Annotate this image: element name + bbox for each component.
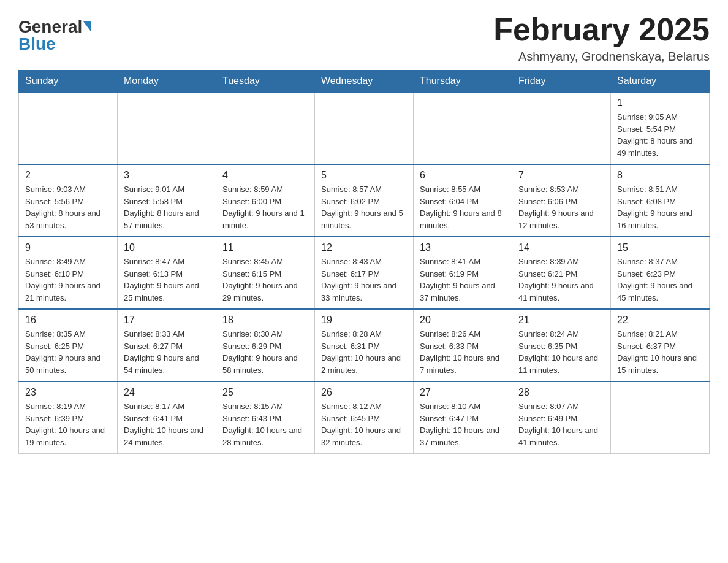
day-number: 8 bbox=[617, 170, 703, 181]
logo-arrow-icon bbox=[83, 21, 91, 31]
day-info: Sunrise: 9:05 AMSunset: 5:54 PMDaylight:… bbox=[617, 111, 703, 159]
day-number: 2 bbox=[25, 170, 111, 181]
calendar-cell: 24Sunrise: 8:17 AMSunset: 6:41 PMDayligh… bbox=[118, 381, 216, 454]
day-number: 5 bbox=[321, 170, 407, 181]
calendar-cell: 18Sunrise: 8:30 AMSunset: 6:29 PMDayligh… bbox=[216, 309, 315, 381]
calendar-table: Sunday Monday Tuesday Wednesday Thursday… bbox=[18, 70, 710, 454]
day-info: Sunrise: 8:55 AMSunset: 6:04 PMDaylight:… bbox=[420, 183, 506, 231]
logo-general: General bbox=[18, 18, 91, 36]
day-number: 7 bbox=[518, 170, 604, 181]
day-info: Sunrise: 8:39 AMSunset: 6:21 PMDaylight:… bbox=[518, 256, 604, 304]
day-number: 23 bbox=[25, 387, 111, 398]
day-info: Sunrise: 8:33 AMSunset: 6:27 PMDaylight:… bbox=[124, 328, 210, 376]
day-number: 14 bbox=[518, 242, 604, 253]
calendar-cell bbox=[315, 92, 414, 164]
calendar-cell: 21Sunrise: 8:24 AMSunset: 6:35 PMDayligh… bbox=[512, 309, 611, 381]
day-number: 6 bbox=[420, 170, 506, 181]
day-number: 26 bbox=[321, 387, 407, 398]
calendar-cell: 2Sunrise: 9:03 AMSunset: 5:56 PMDaylight… bbox=[19, 164, 118, 237]
page-title: February 2025 bbox=[493, 12, 710, 47]
calendar-cell: 20Sunrise: 8:26 AMSunset: 6:33 PMDayligh… bbox=[414, 309, 512, 381]
col-tuesday: Tuesday bbox=[216, 71, 315, 93]
calendar-cell: 8Sunrise: 8:51 AMSunset: 6:08 PMDaylight… bbox=[611, 164, 710, 237]
day-info: Sunrise: 8:26 AMSunset: 6:33 PMDaylight:… bbox=[420, 328, 506, 376]
page-header: General Blue February 2025 Ashmyany, Gro… bbox=[18, 12, 710, 64]
day-info: Sunrise: 8:41 AMSunset: 6:19 PMDaylight:… bbox=[420, 256, 506, 304]
day-number: 9 bbox=[25, 242, 111, 253]
calendar-cell bbox=[216, 92, 315, 164]
day-number: 22 bbox=[617, 315, 703, 326]
day-number: 21 bbox=[518, 315, 604, 326]
day-info: Sunrise: 8:12 AMSunset: 6:45 PMDaylight:… bbox=[321, 400, 407, 448]
day-info: Sunrise: 9:01 AMSunset: 5:58 PMDaylight:… bbox=[124, 183, 210, 231]
day-info: Sunrise: 8:47 AMSunset: 6:13 PMDaylight:… bbox=[124, 256, 210, 304]
day-info: Sunrise: 8:15 AMSunset: 6:43 PMDaylight:… bbox=[222, 400, 308, 448]
day-info: Sunrise: 8:35 AMSunset: 6:25 PMDaylight:… bbox=[25, 328, 111, 376]
calendar-cell: 5Sunrise: 8:57 AMSunset: 6:02 PMDaylight… bbox=[315, 164, 414, 237]
col-saturday: Saturday bbox=[611, 71, 710, 93]
title-section: February 2025 Ashmyany, Grodnenskaya, Be… bbox=[493, 12, 710, 64]
calendar-cell: 1Sunrise: 9:05 AMSunset: 5:54 PMDaylight… bbox=[611, 92, 710, 164]
calendar-cell: 25Sunrise: 8:15 AMSunset: 6:43 PMDayligh… bbox=[216, 381, 315, 454]
col-wednesday: Wednesday bbox=[315, 71, 414, 93]
calendar-week-1: 1Sunrise: 9:05 AMSunset: 5:54 PMDaylight… bbox=[19, 92, 710, 164]
calendar-cell: 27Sunrise: 8:10 AMSunset: 6:47 PMDayligh… bbox=[414, 381, 512, 454]
calendar-cell bbox=[611, 381, 710, 454]
calendar-cell: 15Sunrise: 8:37 AMSunset: 6:23 PMDayligh… bbox=[611, 237, 710, 309]
calendar-cell: 22Sunrise: 8:21 AMSunset: 6:37 PMDayligh… bbox=[611, 309, 710, 381]
calendar-cell: 26Sunrise: 8:12 AMSunset: 6:45 PMDayligh… bbox=[315, 381, 414, 454]
calendar-cell bbox=[118, 92, 216, 164]
day-number: 12 bbox=[321, 242, 407, 253]
col-sunday: Sunday bbox=[19, 71, 118, 93]
calendar-week-3: 9Sunrise: 8:49 AMSunset: 6:10 PMDaylight… bbox=[19, 237, 710, 309]
day-number: 15 bbox=[617, 242, 703, 253]
day-info: Sunrise: 8:19 AMSunset: 6:39 PMDaylight:… bbox=[25, 400, 111, 448]
calendar-cell: 14Sunrise: 8:39 AMSunset: 6:21 PMDayligh… bbox=[512, 237, 611, 309]
day-info: Sunrise: 8:28 AMSunset: 6:31 PMDaylight:… bbox=[321, 328, 407, 376]
day-number: 1 bbox=[617, 98, 703, 109]
calendar-cell: 19Sunrise: 8:28 AMSunset: 6:31 PMDayligh… bbox=[315, 309, 414, 381]
day-info: Sunrise: 8:10 AMSunset: 6:47 PMDaylight:… bbox=[420, 400, 506, 448]
day-number: 28 bbox=[518, 387, 604, 398]
day-info: Sunrise: 8:51 AMSunset: 6:08 PMDaylight:… bbox=[617, 183, 703, 231]
calendar-cell: 12Sunrise: 8:43 AMSunset: 6:17 PMDayligh… bbox=[315, 237, 414, 309]
day-number: 4 bbox=[222, 170, 308, 181]
day-number: 20 bbox=[420, 315, 506, 326]
day-number: 13 bbox=[420, 242, 506, 253]
calendar-cell bbox=[512, 92, 611, 164]
calendar-week-2: 2Sunrise: 9:03 AMSunset: 5:56 PMDaylight… bbox=[19, 164, 710, 237]
day-number: 10 bbox=[124, 242, 210, 253]
day-info: Sunrise: 9:03 AMSunset: 5:56 PMDaylight:… bbox=[25, 183, 111, 231]
calendar-cell bbox=[414, 92, 512, 164]
logo-general-text: General bbox=[18, 18, 82, 36]
day-info: Sunrise: 8:30 AMSunset: 6:29 PMDaylight:… bbox=[222, 328, 308, 376]
calendar-cell bbox=[19, 92, 118, 164]
col-friday: Friday bbox=[512, 71, 611, 93]
calendar-cell: 3Sunrise: 9:01 AMSunset: 5:58 PMDaylight… bbox=[118, 164, 216, 237]
calendar-cell: 11Sunrise: 8:45 AMSunset: 6:15 PMDayligh… bbox=[216, 237, 315, 309]
calendar-cell: 10Sunrise: 8:47 AMSunset: 6:13 PMDayligh… bbox=[118, 237, 216, 309]
calendar-cell: 23Sunrise: 8:19 AMSunset: 6:39 PMDayligh… bbox=[19, 381, 118, 454]
day-info: Sunrise: 8:07 AMSunset: 6:49 PMDaylight:… bbox=[518, 400, 604, 448]
day-number: 17 bbox=[124, 315, 210, 326]
logo: General Blue bbox=[18, 12, 91, 54]
calendar-cell: 16Sunrise: 8:35 AMSunset: 6:25 PMDayligh… bbox=[19, 309, 118, 381]
day-info: Sunrise: 8:49 AMSunset: 6:10 PMDaylight:… bbox=[25, 256, 111, 304]
day-number: 3 bbox=[124, 170, 210, 181]
day-info: Sunrise: 8:59 AMSunset: 6:00 PMDaylight:… bbox=[222, 183, 308, 231]
day-info: Sunrise: 8:17 AMSunset: 6:41 PMDaylight:… bbox=[124, 400, 210, 448]
col-monday: Monday bbox=[118, 71, 216, 93]
calendar-cell: 4Sunrise: 8:59 AMSunset: 6:00 PMDaylight… bbox=[216, 164, 315, 237]
day-number: 27 bbox=[420, 387, 506, 398]
day-info: Sunrise: 8:53 AMSunset: 6:06 PMDaylight:… bbox=[518, 183, 604, 231]
day-info: Sunrise: 8:57 AMSunset: 6:02 PMDaylight:… bbox=[321, 183, 407, 231]
day-number: 24 bbox=[124, 387, 210, 398]
calendar-cell: 28Sunrise: 8:07 AMSunset: 6:49 PMDayligh… bbox=[512, 381, 611, 454]
day-number: 18 bbox=[222, 315, 308, 326]
logo-blue-text: Blue bbox=[18, 34, 56, 54]
day-info: Sunrise: 8:21 AMSunset: 6:37 PMDaylight:… bbox=[617, 328, 703, 376]
day-number: 16 bbox=[25, 315, 111, 326]
day-info: Sunrise: 8:43 AMSunset: 6:17 PMDaylight:… bbox=[321, 256, 407, 304]
page-subtitle: Ashmyany, Grodnenskaya, Belarus bbox=[493, 50, 710, 64]
calendar-cell: 6Sunrise: 8:55 AMSunset: 6:04 PMDaylight… bbox=[414, 164, 512, 237]
